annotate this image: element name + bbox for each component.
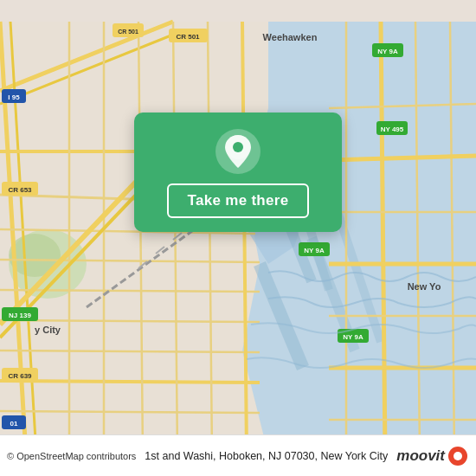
moovit-dot-icon	[448, 447, 467, 466]
moovit-text: moovit	[396, 447, 445, 465]
map-container: CR 501 I 95 CR 653 NJ 139 CR 639 NY 9A N…	[0, 0, 476, 476]
location-pin-icon	[215, 128, 261, 175]
svg-text:01: 01	[10, 420, 18, 428]
svg-text:Weehawken: Weehawken	[263, 32, 318, 42]
location-card: Take me there	[134, 113, 342, 232]
location-label: 1st and Washi, Hoboken, NJ 07030, New Yo…	[136, 450, 396, 462]
bottom-bar: © OpenStreetMap contributors 1st and Was…	[0, 434, 476, 476]
moovit-dot-inner	[453, 452, 462, 460]
take-me-there-button[interactable]: Take me there	[167, 183, 310, 218]
svg-text:CR 501: CR 501	[118, 29, 138, 35]
svg-text:NY 9A: NY 9A	[304, 247, 325, 254]
svg-text:NY 9A: NY 9A	[377, 48, 398, 55]
svg-text:CR 501: CR 501	[176, 33, 200, 41]
svg-text:I 95: I 95	[8, 93, 20, 101]
map-svg: CR 501 I 95 CR 653 NJ 139 CR 639 NY 9A N…	[0, 0, 476, 476]
svg-line-21	[0, 381, 260, 383]
svg-text:y City: y City	[35, 325, 61, 335]
svg-text:NY 9A: NY 9A	[343, 333, 363, 341]
svg-text:New Yo: New Yo	[408, 281, 441, 292]
moovit-logo: moovit	[396, 447, 467, 466]
svg-text:NY 495: NY 495	[381, 125, 404, 133]
svg-point-74	[233, 142, 243, 152]
svg-text:CR 653: CR 653	[8, 186, 32, 194]
osm-credit: © OpenStreetMap contributors	[7, 451, 136, 461]
svg-text:NJ 139: NJ 139	[9, 312, 31, 319]
svg-text:CR 639: CR 639	[8, 372, 32, 380]
